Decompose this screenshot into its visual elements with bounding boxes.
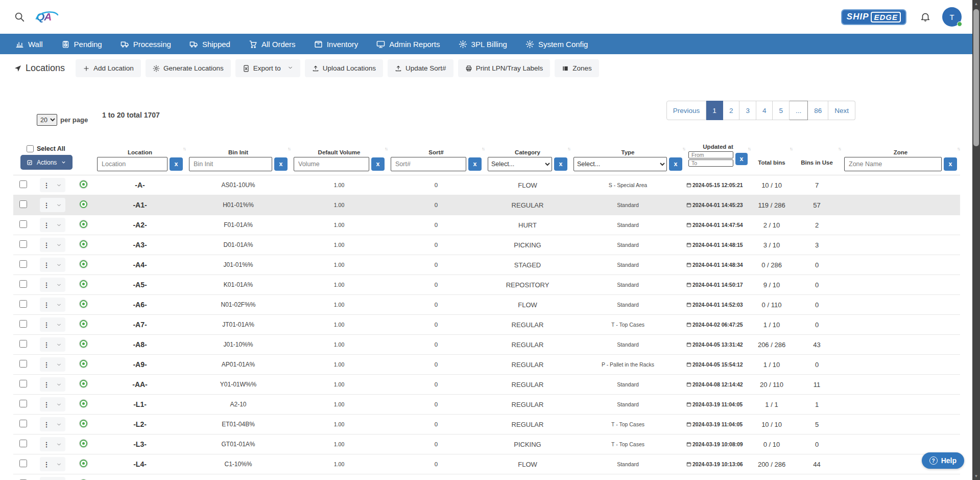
- row-expand-button[interactable]: [53, 418, 64, 430]
- updated-from-filter-input[interactable]: [688, 151, 733, 158]
- row-menu-button[interactable]: ⋮: [41, 299, 52, 311]
- row-checkbox[interactable]: [19, 200, 27, 208]
- updated-filter-clear-button[interactable]: x: [735, 153, 748, 165]
- row-menu-button[interactable]: ⋮: [41, 318, 52, 331]
- row-expand-button[interactable]: [53, 299, 64, 311]
- workspace-logo[interactable]: QA: [36, 11, 52, 23]
- zone-filter-clear-button[interactable]: x: [944, 157, 957, 171]
- row-menu-button[interactable]: ⋮: [41, 458, 52, 470]
- page-button-2[interactable]: 2: [723, 101, 740, 120]
- column-label-location[interactable]: Location: [97, 149, 183, 155]
- row-menu-button[interactable]: ⋮: [41, 478, 52, 480]
- row-checkbox[interactable]: [19, 300, 27, 308]
- column-label-category[interactable]: Category: [488, 149, 567, 155]
- column-label-zone[interactable]: Zone: [844, 149, 957, 155]
- row-menu-button[interactable]: ⋮: [41, 398, 52, 410]
- scroll-down-arrow-icon[interactable]: ▼: [972, 474, 980, 478]
- zones-button[interactable]: Zones: [555, 59, 599, 77]
- row-checkbox[interactable]: [19, 220, 27, 228]
- column-label-bin-init[interactable]: Bin Init: [189, 149, 288, 155]
- actions-button[interactable]: Actions: [20, 155, 73, 170]
- previous-button[interactable]: Previous: [666, 101, 707, 120]
- row-expand-button[interactable]: [53, 458, 64, 470]
- row-checkbox[interactable]: [19, 400, 27, 407]
- nav-item-admin-reports[interactable]: Admin Reports: [376, 40, 440, 49]
- status-icon[interactable]: [80, 340, 87, 348]
- row-expand-button[interactable]: [53, 438, 64, 450]
- page-button-4[interactable]: 4: [756, 101, 773, 120]
- volume-filter-clear-button[interactable]: x: [371, 157, 385, 171]
- sort-filter-clear-button[interactable]: x: [468, 157, 482, 171]
- row-expand-button[interactable]: [53, 279, 64, 291]
- next-button[interactable]: Next: [828, 101, 855, 120]
- print-lpn-tray-labels-button[interactable]: Print LPN/Tray Labels: [458, 59, 551, 77]
- nav-item-pending[interactable]: Pending: [61, 40, 102, 49]
- row-menu-button[interactable]: ⋮: [41, 259, 52, 271]
- column-label-total-bins[interactable]: Total bins: [754, 159, 790, 166]
- nav-item-inventory[interactable]: Inventory: [314, 40, 358, 49]
- row-checkbox[interactable]: [19, 440, 27, 447]
- row-expand-button[interactable]: [53, 179, 64, 191]
- row-expand-button[interactable]: [53, 478, 64, 480]
- sort-icon[interactable]: ↑↓: [790, 146, 792, 151]
- page-button-1[interactable]: 1: [706, 101, 723, 120]
- status-icon[interactable]: [80, 440, 87, 447]
- status-icon[interactable]: [80, 180, 87, 188]
- type-filter-select[interactable]: Select...: [573, 157, 667, 171]
- status-icon[interactable]: [80, 420, 87, 427]
- update-sort-button[interactable]: Update Sort#: [388, 59, 453, 77]
- status-icon[interactable]: [80, 260, 87, 268]
- row-checkbox[interactable]: [19, 360, 27, 368]
- sort-icon[interactable]: ↑↓: [567, 146, 570, 151]
- location-filter-clear-button[interactable]: x: [170, 157, 183, 171]
- nav-item-all-orders[interactable]: All Orders: [249, 40, 296, 49]
- row-expand-button[interactable]: [53, 219, 64, 231]
- location-filter-input[interactable]: [97, 157, 168, 171]
- row-menu-button[interactable]: ⋮: [41, 418, 52, 430]
- nav-item-system-config[interactable]: System Config: [525, 40, 588, 49]
- row-checkbox[interactable]: [19, 260, 27, 268]
- status-icon[interactable]: [80, 300, 87, 308]
- row-checkbox[interactable]: [19, 180, 27, 188]
- status-icon[interactable]: [80, 320, 87, 328]
- status-icon[interactable]: [80, 360, 87, 368]
- row-expand-button[interactable]: [53, 259, 64, 271]
- status-icon[interactable]: [80, 200, 87, 208]
- row-menu-button[interactable]: ⋮: [41, 279, 52, 291]
- row-expand-button[interactable]: [53, 199, 64, 211]
- scroll-up-arrow-icon[interactable]: ▲: [972, 2, 980, 6]
- sort-filter-input[interactable]: [391, 157, 466, 171]
- type-filter-clear-button[interactable]: x: [669, 157, 682, 171]
- column-label-bins-in-use[interactable]: Bins in Use: [796, 159, 838, 166]
- row-menu-button[interactable]: ⋮: [41, 438, 52, 450]
- column-label-type[interactable]: Type: [573, 149, 682, 155]
- export-to-button[interactable]: Export to: [235, 59, 300, 77]
- add-location-button[interactable]: Add Location: [76, 59, 141, 77]
- row-menu-button[interactable]: ⋮: [41, 358, 52, 371]
- status-icon[interactable]: [80, 460, 87, 467]
- column-label-sort[interactable]: Sort#: [391, 149, 482, 155]
- row-expand-button[interactable]: [53, 318, 64, 331]
- volume-filter-input[interactable]: [294, 157, 369, 171]
- row-checkbox[interactable]: [19, 460, 27, 467]
- column-label-default-volume[interactable]: Default Volume: [294, 149, 385, 155]
- status-icon[interactable]: [80, 380, 87, 387]
- help-button[interactable]: ? Help: [922, 452, 964, 469]
- sort-icon[interactable]: ↑↓: [957, 146, 960, 151]
- bin-init-filter-clear-button[interactable]: x: [274, 157, 288, 171]
- row-checkbox[interactable]: [19, 320, 27, 328]
- row-checkbox[interactable]: [19, 280, 27, 288]
- sort-icon[interactable]: ↑↓: [183, 146, 185, 151]
- page-button-5[interactable]: 5: [773, 101, 790, 120]
- row-menu-button[interactable]: ⋮: [41, 219, 52, 231]
- row-menu-button[interactable]: ⋮: [41, 239, 52, 251]
- row-menu-button[interactable]: ⋮: [41, 378, 52, 391]
- nav-item-processing[interactable]: Processing: [121, 40, 171, 49]
- select-all-checkbox[interactable]: [27, 145, 34, 152]
- column-label-updated-at[interactable]: Updated at: [688, 144, 748, 150]
- status-icon[interactable]: [80, 400, 87, 407]
- status-icon[interactable]: [80, 220, 87, 228]
- row-menu-button[interactable]: ⋮: [41, 179, 52, 191]
- category-filter-select[interactable]: Select...: [488, 157, 552, 171]
- row-checkbox[interactable]: [19, 340, 27, 348]
